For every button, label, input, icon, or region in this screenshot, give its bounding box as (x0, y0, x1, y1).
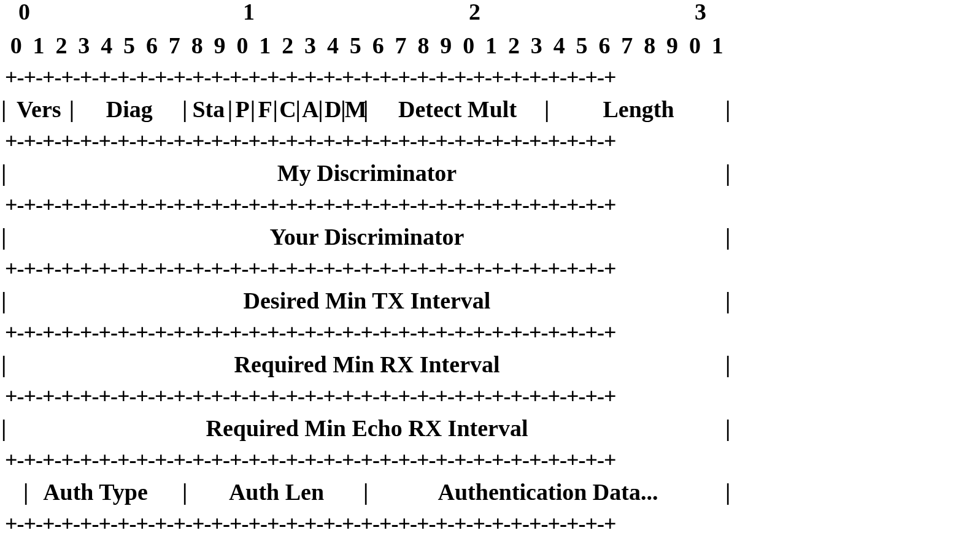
bit-label: 6 (593, 34, 616, 57)
separator: +-+-+-+-+-+-+-+-+-+-+-+-+-+-+-+-+-+-+-+-… (5, 253, 729, 285)
bit-label: 5 (344, 34, 367, 57)
desired-min-tx-row: |Desired Min TX Interval| (5, 285, 729, 316)
field-required-min-rx-interval: Required Min RX Interval (5, 348, 729, 380)
bit-label: 9 (435, 34, 458, 57)
bit-label: 7 (163, 34, 186, 57)
field-divider: | (725, 157, 730, 189)
bit-label: 3 (73, 34, 96, 57)
tens-label: 0 (18, 0, 30, 23)
bit-label: 0 (458, 34, 480, 57)
field-vers: Vers (5, 93, 73, 125)
bit-label: 0 (231, 34, 254, 57)
required-min-echo-rx-row: |Required Min Echo RX Interval| (5, 412, 729, 444)
separator: +-+-+-+-+-+-+-+-+-+-+-+-+-+-+-+-+-+-+-+-… (5, 508, 729, 540)
bit-label: 5 (118, 34, 141, 57)
bit-label: 4 (96, 34, 118, 57)
field-your-discriminator: Your Discriminator (5, 221, 729, 253)
bit-label: 4 (548, 34, 571, 57)
your-discriminator-row: |Your Discriminator| (5, 221, 729, 253)
field-auth-type: Auth Type (5, 476, 186, 508)
bit-label: 1 (28, 34, 50, 57)
header-row: |Vers|Diag|Sta|P|F|C|A|D|M|Detect Mult|L… (5, 93, 729, 125)
bit-label: 6 (367, 34, 390, 57)
field-authentication-data: Authentication Data... (367, 476, 729, 508)
field-desired-min-tx-interval: Desired Min TX Interval (5, 285, 729, 316)
field-divider: | (725, 476, 730, 508)
tens-label: 1 (243, 0, 255, 23)
bit-label: 7 (390, 34, 412, 57)
bit-label: 0 (684, 34, 706, 57)
field-sta: Sta (186, 93, 231, 125)
field-required-min-echo-rx-interval: Required Min Echo RX Interval (5, 412, 729, 444)
field-diag: Diag (73, 93, 186, 125)
bit-label: 9 (209, 34, 231, 57)
separator: +-+-+-+-+-+-+-+-+-+-+-+-+-+-+-+-+-+-+-+-… (5, 125, 729, 157)
my-discriminator-row: |My Discriminator| (5, 157, 729, 189)
field-length: Length (548, 93, 729, 125)
separator: +-+-+-+-+-+-+-+-+-+-+-+-+-+-+-+-+-+-+-+-… (5, 444, 729, 476)
bit-label: 6 (141, 34, 163, 57)
field-my-discriminator: My Discriminator (5, 157, 729, 189)
required-min-rx-row: |Required Min RX Interval| (5, 348, 729, 380)
bit-label: 1 (706, 34, 729, 57)
bit-label: 1 (254, 34, 277, 57)
bit-label: 5 (571, 34, 593, 57)
field-divider: | (725, 412, 730, 444)
bit-label: 2 (503, 34, 525, 57)
auth-row: |Auth Type|Auth Len|Authentication Data.… (5, 476, 729, 508)
bit-label: 3 (299, 34, 322, 57)
bit-label: 8 (412, 34, 435, 57)
field-divider: | (725, 93, 730, 125)
field-divider: | (725, 348, 730, 380)
field-divider: | (725, 285, 730, 316)
bit-label: 0 (5, 34, 28, 57)
bit-label: 4 (322, 34, 344, 57)
bit-label: 2 (50, 34, 73, 57)
bit-label: 8 (639, 34, 661, 57)
separator: +-+-+-+-+-+-+-+-+-+-+-+-+-+-+-+-+-+-+-+-… (5, 316, 729, 348)
bit-label: 1 (480, 34, 503, 57)
packet-diagram: 0 1 2 3 0 1 2 3 4 5 6 7 8 9 0 1 2 3 4 5 … (5, 0, 729, 540)
bit-label: 7 (616, 34, 639, 57)
bit-label: 2 (277, 34, 299, 57)
field-divider: | (725, 221, 730, 253)
bit-label: 9 (661, 34, 684, 57)
tens-row: 0 1 2 3 (5, 0, 729, 29)
bit-label: 8 (186, 34, 209, 57)
tens-label: 3 (695, 0, 706, 23)
field-auth-len: Auth Len (186, 476, 367, 508)
tens-label: 2 (469, 0, 480, 23)
separator: +-+-+-+-+-+-+-+-+-+-+-+-+-+-+-+-+-+-+-+-… (5, 189, 729, 221)
bit-ruler: 0 1 2 3 4 5 6 7 8 9 0 1 2 3 4 5 6 7 8 9 … (5, 29, 729, 61)
separator: +-+-+-+-+-+-+-+-+-+-+-+-+-+-+-+-+-+-+-+-… (5, 380, 729, 412)
separator: +-+-+-+-+-+-+-+-+-+-+-+-+-+-+-+-+-+-+-+-… (5, 61, 729, 93)
field-detect-mult: Detect Mult (367, 93, 548, 125)
bit-label: 3 (525, 34, 548, 57)
